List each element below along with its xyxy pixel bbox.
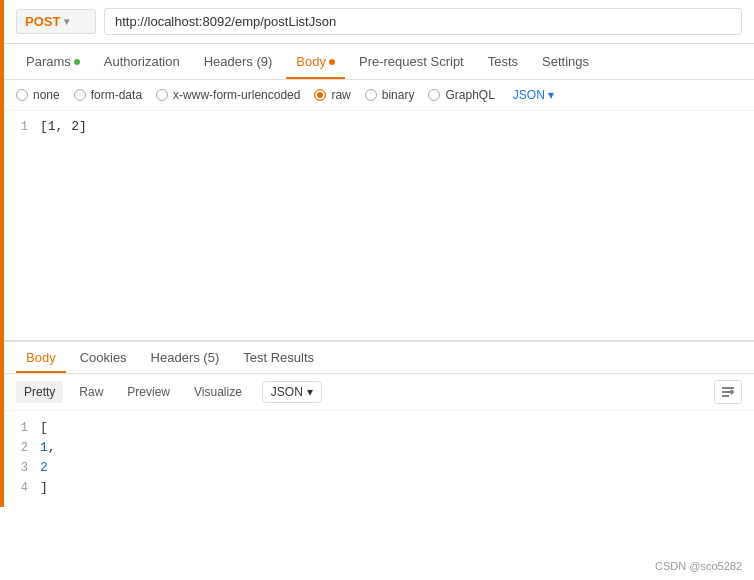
- fmt-raw[interactable]: Raw: [71, 381, 111, 403]
- tab-prerequest[interactable]: Pre-request Script: [349, 44, 474, 79]
- resp-line-4: 4 ]: [4, 479, 754, 499]
- resp-tab-testresults[interactable]: Test Results: [233, 342, 324, 373]
- body-types-bar: none form-data x-www-form-urlencoded raw…: [4, 80, 754, 111]
- line-number-1: 1: [12, 120, 40, 134]
- request-tabs: Params Authorization Headers (9) Body Pr…: [4, 44, 754, 80]
- body-dot: [329, 59, 335, 65]
- response-json-dropdown[interactable]: JSON ▾: [262, 381, 322, 403]
- method-label: POST: [25, 14, 60, 29]
- tab-tests[interactable]: Tests: [478, 44, 528, 79]
- tab-settings[interactable]: Settings: [532, 44, 599, 79]
- body-type-form-data[interactable]: form-data: [74, 88, 142, 102]
- tab-body[interactable]: Body: [286, 44, 345, 79]
- radio-form-data: [74, 89, 86, 101]
- tab-params[interactable]: Params: [16, 44, 90, 79]
- fmt-preview[interactable]: Preview: [119, 381, 178, 403]
- request-body-editor[interactable]: 1 [1, 2]: [4, 111, 754, 341]
- resp-tab-body[interactable]: Body: [16, 342, 66, 373]
- wrap-icon[interactable]: [714, 380, 742, 404]
- radio-urlencoded: [156, 89, 168, 101]
- fmt-visualize[interactable]: Visualize: [186, 381, 250, 403]
- body-type-none[interactable]: none: [16, 88, 60, 102]
- url-input[interactable]: [104, 8, 742, 35]
- body-type-urlencoded[interactable]: x-www-form-urlencoded: [156, 88, 300, 102]
- resp-tab-headers[interactable]: Headers (5): [141, 342, 230, 373]
- body-type-raw[interactable]: raw: [314, 88, 350, 102]
- resp-tab-cookies[interactable]: Cookies: [70, 342, 137, 373]
- method-chevron: ▾: [64, 16, 69, 27]
- tab-authorization[interactable]: Authorization: [94, 44, 190, 79]
- resp-line-1: 1 [: [4, 419, 754, 439]
- code-content-1: [1, 2]: [40, 119, 87, 134]
- fmt-pretty[interactable]: Pretty: [16, 381, 63, 403]
- resp-line-2: 2 1,: [4, 439, 754, 459]
- url-bar: POST ▾: [4, 0, 754, 44]
- tab-headers[interactable]: Headers (9): [194, 44, 283, 79]
- resp-line-3: 3 2: [4, 459, 754, 479]
- response-format-bar: Pretty Raw Preview Visualize JSON ▾: [4, 374, 754, 411]
- method-selector[interactable]: POST ▾: [16, 9, 96, 34]
- radio-none: [16, 89, 28, 101]
- body-type-graphql[interactable]: GraphQL: [428, 88, 494, 102]
- radio-graphql: [428, 89, 440, 101]
- response-tabs: Body Cookies Headers (5) Test Results: [4, 342, 754, 374]
- body-type-binary[interactable]: binary: [365, 88, 415, 102]
- watermark: CSDN @sco5282: [655, 560, 742, 572]
- response-section: Body Cookies Headers (5) Test Results Pr…: [4, 341, 754, 507]
- radio-binary: [365, 89, 377, 101]
- response-body: 1 [ 2 1, 3 2 4 ]: [4, 411, 754, 507]
- radio-raw: [314, 89, 326, 101]
- params-dot: [74, 59, 80, 65]
- json-format-dropdown[interactable]: JSON ▾: [513, 88, 554, 102]
- code-line-1: 1 [1, 2]: [4, 119, 754, 139]
